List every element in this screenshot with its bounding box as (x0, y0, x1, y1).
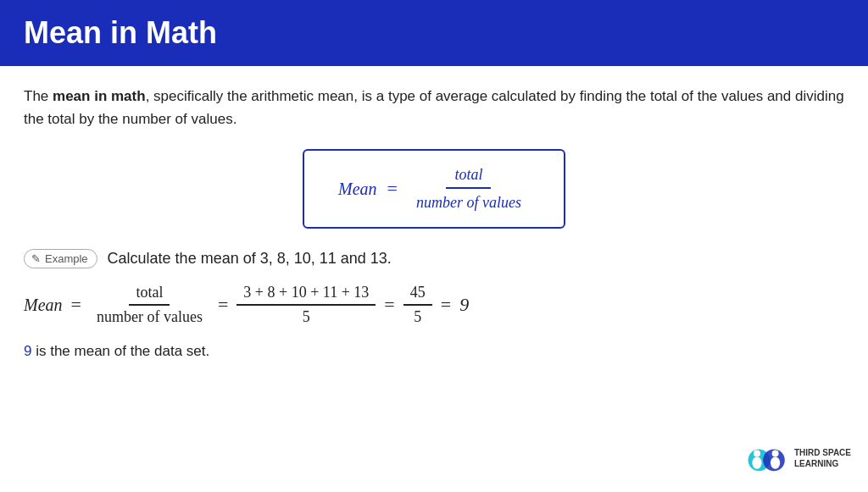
formula-numerator: total (446, 166, 491, 189)
svg-point-5 (771, 456, 780, 468)
formula-fraction: total number of values (408, 166, 530, 212)
intro-text-end: , specifically the arithmetic mean, is a… (24, 88, 844, 127)
formula-box: Mean = total number of values (303, 149, 565, 229)
calc-frac1-denominator: number of values (90, 306, 209, 326)
page-wrapper: Mean in Math The mean in math, specifica… (0, 0, 868, 492)
calc-equals-3: = (384, 294, 394, 316)
calc-frac2-denominator: 5 (296, 306, 317, 326)
intro-paragraph: The mean in math, specifically the arith… (24, 85, 844, 130)
calc-equals-4: = (441, 294, 451, 316)
calc-frac1-numerator: total (129, 284, 170, 306)
tsl-icon-svg (747, 441, 787, 475)
tsl-logo: THIRD SPACE LEARNING (747, 441, 851, 475)
main-content: The mean in math, specifically the arith… (0, 66, 868, 373)
pencil-icon: ✎ (31, 252, 41, 265)
example-badge: ✎ Example (24, 249, 97, 268)
example-badge-label: Example (45, 252, 88, 265)
example-row: ✎ Example Calculate the mean of 3, 8, 10… (24, 249, 844, 268)
tsl-line2: LEARNING (794, 458, 851, 469)
calc-label: Mean (24, 296, 63, 315)
svg-point-2 (754, 450, 760, 456)
calc-frac3-numerator: 45 (403, 284, 432, 306)
formula-box-container: Mean = total number of values (24, 149, 844, 229)
calc-fraction-2: 3 + 8 + 10 + 11 + 13 5 (236, 284, 376, 326)
svg-point-4 (772, 450, 779, 456)
conclusion-text: is the mean of the data set. (31, 343, 209, 359)
example-question: Calculate the mean of 3, 8, 10, 11 and 1… (108, 250, 392, 268)
formula-label: Mean (338, 180, 377, 199)
calc-result: 9 (459, 294, 469, 316)
header: Mean in Math (0, 0, 868, 66)
tsl-text: THIRD SPACE LEARNING (794, 447, 851, 469)
svg-point-3 (752, 456, 761, 468)
calc-equals-1: = (71, 294, 81, 316)
page-title: Mean in Math (24, 15, 844, 51)
calc-frac3-denominator: 5 (407, 306, 428, 326)
bold-term: mean in math (53, 88, 146, 104)
conclusion: 9 is the mean of the data set. (24, 343, 844, 360)
calc-equals-2: = (218, 294, 228, 316)
tsl-line1: THIRD SPACE (794, 447, 851, 458)
formula-equals: = (387, 178, 398, 200)
formula-denominator: number of values (408, 191, 530, 212)
calc-fraction-3: 45 5 (403, 284, 432, 326)
calc-frac2-numerator: 3 + 8 + 10 + 11 + 13 (236, 284, 376, 306)
calculation-row: Mean = total number of values = 3 + 8 + … (24, 284, 844, 326)
calc-fraction-1: total number of values (90, 284, 209, 326)
